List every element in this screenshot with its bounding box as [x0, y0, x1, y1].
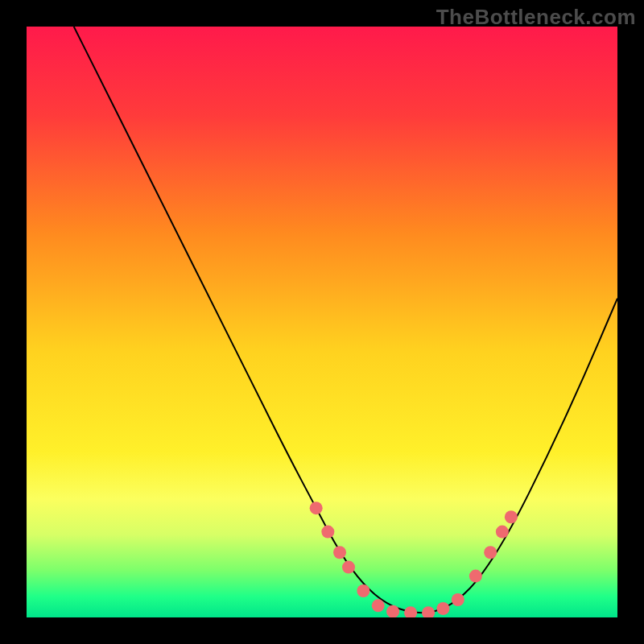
highlight-dot: [452, 593, 464, 606]
highlight-dot: [422, 606, 435, 619]
highlight-dot: [469, 570, 482, 583]
chart-frame: TheBottleneck.com: [0, 0, 644, 644]
highlight-dot: [496, 526, 509, 539]
highlight-dot: [404, 606, 417, 619]
highlight-dot: [357, 584, 369, 597]
highlight-dot: [505, 510, 518, 523]
highlight-dot: [484, 546, 497, 559]
highlight-dot: [436, 602, 449, 615]
highlight-dot: [333, 546, 346, 559]
highlight-dot: [310, 502, 323, 514]
highlight-dot: [372, 599, 385, 612]
highlight-dot: [321, 526, 334, 539]
bottleneck-chart: [0, 0, 644, 644]
highlight-dot: [342, 561, 355, 574]
gradient-background: [27, 27, 617, 617]
highlight-dot: [386, 605, 399, 618]
watermark-text: TheBottleneck.com: [436, 5, 636, 30]
